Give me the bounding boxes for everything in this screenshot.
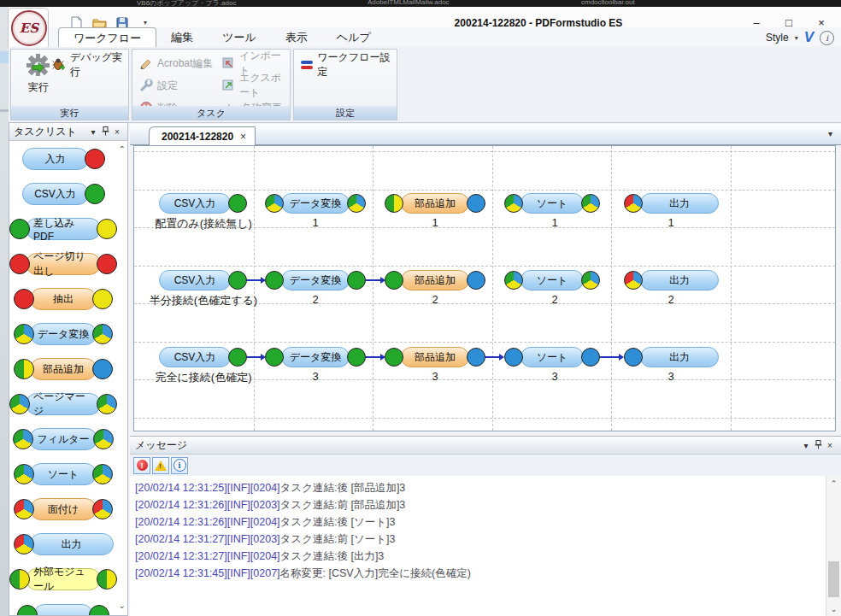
task-item-add-parts[interactable]: 部品追加: [9, 357, 117, 381]
connector-out-icon[interactable]: [347, 194, 366, 213]
workflow-node-output[interactable]: 出力 3: [624, 347, 719, 367]
connector-out-icon[interactable]: [228, 348, 247, 367]
task-item-mail-merge-pdf[interactable]: 差し込みPDF: [9, 217, 117, 241]
connection-arrow[interactable]: [366, 356, 380, 358]
connector-in-icon[interactable]: [265, 194, 284, 213]
document-tab[interactable]: 200214-122820 ×: [149, 126, 256, 146]
task-item-page-merge[interactable]: ページマージ: [9, 392, 117, 416]
connector-in-icon[interactable]: [504, 271, 523, 290]
background-window-strip: VB6のポップアップ・プラ.adoc AdobeITMLMailMailw.ad…: [0, 0, 841, 7]
connector-out-icon[interactable]: [467, 271, 485, 290]
task-item-filter[interactable]: フィルター: [9, 427, 117, 451]
connector-out-icon[interactable]: [581, 348, 600, 367]
workflow-node-csv-input[interactable]: CSV入力 半分接続(色確定する): [159, 270, 247, 290]
workflow-node-add-parts[interactable]: 部品追加 2: [385, 270, 485, 290]
connector-in-icon[interactable]: [624, 348, 643, 367]
task-item-data-convert[interactable]: データ変換: [9, 322, 117, 346]
grid-line: [134, 266, 835, 267]
task-item-external-module[interactable]: 外部モジュール: [9, 567, 117, 591]
workflow-node-data-convert[interactable]: データ変換 3: [265, 347, 366, 367]
connector-out-icon[interactable]: [228, 271, 247, 290]
style-selector[interactable]: Style: [766, 32, 789, 44]
workflow-canvas[interactable]: CSV入力 配置のみ(接続無し) データ変換 1 部品追加 1 ソート 1 出力…: [133, 145, 836, 431]
chevron-down-icon[interactable]: ▾: [800, 441, 812, 450]
connector-out-icon[interactable]: [467, 194, 485, 213]
filter-info-button[interactable]: i: [171, 457, 188, 474]
workflow-node-data-convert[interactable]: データ変換 2: [265, 270, 366, 290]
connector-in-icon[interactable]: [385, 194, 403, 213]
workflow-node-data-convert[interactable]: データ変換 1: [265, 193, 366, 214]
tab-edit[interactable]: 編集: [156, 27, 208, 47]
connection-arrow[interactable]: [600, 356, 619, 358]
connector-out-icon[interactable]: [581, 194, 600, 213]
debug-run-button[interactable]: デバッグ実行: [52, 56, 128, 73]
scroll-up-icon[interactable]: ⌃: [826, 479, 841, 488]
message-scrollbar[interactable]: ⌃ ⌄: [826, 476, 841, 616]
connector-out-icon[interactable]: [347, 348, 366, 367]
tab-close-icon[interactable]: ×: [240, 131, 246, 143]
scroll-down-icon[interactable]: ⌄: [826, 605, 841, 613]
tab-view[interactable]: 表示: [271, 27, 322, 47]
pin-icon[interactable]: [99, 126, 111, 138]
connector-in-icon[interactable]: [265, 271, 284, 290]
workflow-node-output[interactable]: 出力 2: [624, 270, 719, 290]
filter-warnings-button[interactable]: !: [152, 457, 169, 474]
task-item-output[interactable]: 出力: [9, 532, 117, 556]
info-icon[interactable]: i: [820, 31, 834, 45]
task-item-page-extract[interactable]: ページ切り出し: [9, 252, 117, 276]
connection-arrow[interactable]: [247, 356, 261, 358]
scroll-up-icon[interactable]: ⌃: [119, 144, 126, 154]
connector-in-icon[interactable]: [624, 194, 643, 213]
workflow-node-csv-input[interactable]: CSV入力 完全に接続(色確定): [159, 347, 247, 367]
connector-in-icon[interactable]: [265, 348, 284, 367]
task-item-extract[interactable]: 抽出: [9, 287, 117, 311]
workflow-node-output[interactable]: 出力 1: [624, 193, 719, 214]
connection-arrow[interactable]: [247, 279, 261, 281]
acrobat-edit-button[interactable]: Acrobat編集: [139, 55, 213, 72]
tab-tools[interactable]: ツール: [208, 27, 271, 47]
connector-out-icon[interactable]: [228, 194, 247, 213]
node-pill: ソート: [520, 193, 584, 214]
task-item-sort[interactable]: ソート: [9, 462, 117, 486]
import-button[interactable]: インポート: [221, 55, 290, 72]
connector-in-icon[interactable]: [624, 271, 643, 290]
connector-in-icon[interactable]: [504, 194, 523, 213]
connection-arrow[interactable]: [366, 279, 380, 281]
task-item-input[interactable]: 入力: [9, 147, 117, 171]
tab-help[interactable]: ヘルプ: [322, 27, 385, 47]
task-item-partial[interactable]: [9, 603, 117, 615]
workflow-node-add-parts[interactable]: 部品追加 1: [385, 193, 485, 214]
chevron-down-icon[interactable]: ▾: [87, 127, 99, 137]
workflow-settings-button[interactable]: ワークフロー設定: [301, 56, 397, 73]
task-settings-button[interactable]: 設定: [139, 77, 178, 94]
close-icon[interactable]: ×: [824, 441, 836, 450]
export-button[interactable]: エクスポート: [221, 77, 290, 94]
connector-in-icon[interactable]: [385, 348, 403, 367]
workflow-node-csv-input[interactable]: CSV入力 配置のみ(接続無し): [159, 193, 247, 214]
app-logo[interactable]: ES: [11, 10, 47, 46]
connector-in-icon[interactable]: [385, 271, 403, 290]
connector-in-icon[interactable]: [504, 348, 523, 367]
scrollbar-thumb[interactable]: [828, 561, 839, 597]
workflow-node-sort[interactable]: ソート 1: [504, 193, 600, 214]
style-caret-icon[interactable]: ▾: [795, 34, 798, 42]
task-item-imposition[interactable]: 面付け: [9, 497, 117, 521]
connection-arrow[interactable]: [485, 356, 499, 358]
connector-out-icon[interactable]: [581, 271, 600, 290]
node-pill: データ変換: [281, 193, 350, 214]
scroll-down-icon[interactable]: ⌄: [119, 601, 126, 610]
connector-out-icon[interactable]: [467, 348, 485, 367]
tab-list-dropdown-icon[interactable]: ▾: [828, 129, 832, 138]
pin-icon[interactable]: [812, 440, 824, 451]
workflow-node-sort[interactable]: ソート 2: [504, 270, 600, 290]
tab-workflow[interactable]: ワークフロー: [58, 27, 156, 47]
workflow-node-sort[interactable]: ソート 3: [504, 347, 600, 367]
connector-out-icon[interactable]: [347, 271, 366, 290]
close-icon[interactable]: ×: [111, 127, 123, 137]
message-log[interactable]: [20/02/14 12:31:25][INF][0204]タスク連結:後 [部…: [130, 476, 826, 616]
filter-errors-button[interactable]: !: [133, 457, 150, 474]
task-item-csv-input[interactable]: CSV入力: [9, 182, 117, 206]
error-icon: !: [137, 460, 148, 471]
workflow-node-add-parts[interactable]: 部品追加 3: [385, 347, 485, 367]
connector-icon: [14, 359, 34, 379]
